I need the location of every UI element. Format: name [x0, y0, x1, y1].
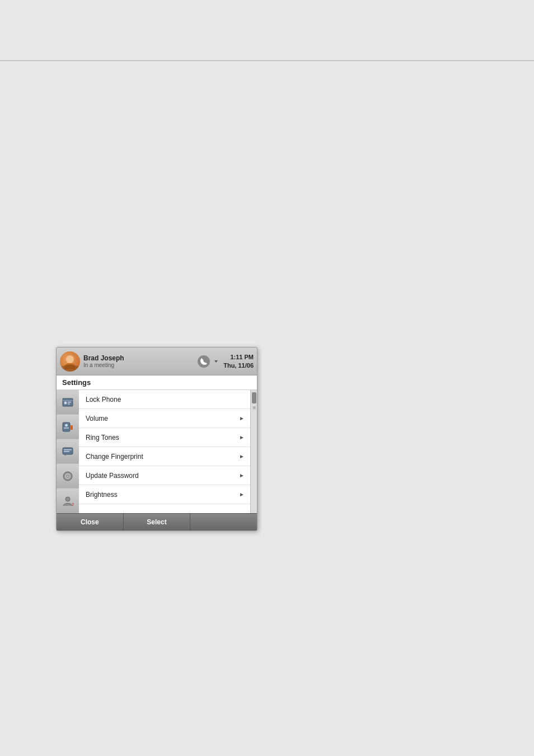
settings-title-bar: Settings — [57, 375, 257, 390]
settings-title: Settings — [62, 378, 91, 387]
svg-rect-9 — [63, 422, 70, 431]
change-fingerprint-arrow-icon: ► — [239, 453, 245, 459]
menu-with-scroll: Lock Phone Volume ► Ring Tones ► Change … — [79, 390, 257, 513]
menu-item-label-change-fingerprint: Change Fingerprint — [86, 453, 143, 461]
header-user-info: Brad Joseph In a meeting — [83, 354, 198, 368]
menu-item-label-brightness: Brightness — [86, 491, 118, 499]
menu-item-label-ring-tones: Ring Tones — [86, 434, 119, 442]
svg-rect-8 — [68, 403, 70, 405]
header-time: 1:11 PM Thu, 11/06 — [223, 353, 254, 369]
scrollbar[interactable]: ≡ — [250, 390, 257, 513]
avatar-icon — [62, 354, 78, 369]
select-button[interactable]: Select — [124, 514, 191, 530]
bottom-bar: Close Select — [57, 513, 257, 530]
brightness-arrow-icon: ► — [239, 491, 245, 497]
ring-tones-arrow-icon: ► — [239, 434, 245, 440]
messages-icon — [62, 445, 74, 458]
svg-marker-17 — [64, 454, 66, 456]
dropdown-icon — [213, 359, 219, 364]
phone-header: Brad Joseph In a meeting 1:11 PM Thu, 11… — [57, 348, 257, 375]
svg-rect-11 — [64, 428, 69, 429]
menu-item-lock-phone[interactable]: Lock Phone — [79, 390, 250, 409]
volume-arrow-icon: ► — [239, 415, 245, 421]
svg-point-10 — [65, 424, 68, 426]
svg-point-0 — [66, 355, 74, 363]
menu-item-label-update-password: Update Password — [86, 472, 139, 480]
phone-icon[interactable] — [198, 355, 210, 368]
menu-item-brightness[interactable]: Brightness ► — [79, 485, 250, 504]
header-icons — [198, 355, 219, 368]
menu-item-ring-tones[interactable]: Ring Tones ► — [79, 428, 250, 447]
svg-point-21 — [67, 475, 69, 477]
sidebar-item-contacts[interactable] — [57, 390, 79, 415]
close-button[interactable]: Close — [57, 514, 124, 530]
svg-text:?: ? — [72, 502, 74, 507]
menu-item-label-lock-phone: Lock Phone — [86, 396, 121, 403]
sidebar-item-messages[interactable] — [57, 439, 79, 464]
page-background: Brad Joseph In a meeting 1:11 PM Thu, 11… — [0, 0, 534, 756]
time-display: 1:11 PM — [223, 353, 254, 361]
menu-item-change-fingerprint[interactable]: Change Fingerprint ► — [79, 447, 250, 466]
sidebar-item-settings[interactable] — [57, 464, 79, 489]
date-display: Thu, 11/06 — [223, 361, 254, 369]
contacts-icon — [62, 396, 74, 408]
avatar — [60, 351, 80, 372]
sidebar: ? — [57, 390, 79, 513]
scrollbar-lines: ≡ — [253, 405, 255, 411]
sidebar-item-user[interactable]: ? — [57, 489, 79, 513]
menu-item-volume[interactable]: Volume ► — [79, 409, 250, 428]
menu-list: Lock Phone Volume ► Ring Tones ► Change … — [79, 390, 250, 513]
bottom-spacer — [190, 514, 257, 530]
phone-widget: Brad Joseph In a meeting 1:11 PM Thu, 11… — [56, 347, 257, 531]
menu-item-update-password[interactable]: Update Password ► — [79, 466, 250, 485]
settings-gear-icon — [62, 470, 74, 482]
header-user-name: Brad Joseph — [83, 354, 198, 362]
user-icon: ? — [62, 495, 74, 507]
svg-rect-7 — [68, 402, 71, 403]
svg-point-1 — [64, 363, 76, 369]
scrollbar-thumb[interactable] — [252, 392, 256, 403]
svg-rect-15 — [64, 449, 72, 450]
sidebar-item-calls[interactable] — [57, 415, 79, 439]
svg-point-6 — [64, 401, 67, 404]
update-password-arrow-icon: ► — [239, 472, 245, 478]
menu-item-label-volume: Volume — [86, 415, 108, 422]
header-user-status: In a meeting — [83, 362, 198, 368]
svg-marker-3 — [214, 360, 218, 363]
svg-rect-16 — [64, 451, 69, 452]
svg-point-22 — [65, 497, 70, 501]
calls-icon — [62, 421, 74, 433]
phone-body: ? Lock Phone Volume ► Ring Tones — [57, 390, 257, 513]
top-divider — [0, 60, 534, 61]
